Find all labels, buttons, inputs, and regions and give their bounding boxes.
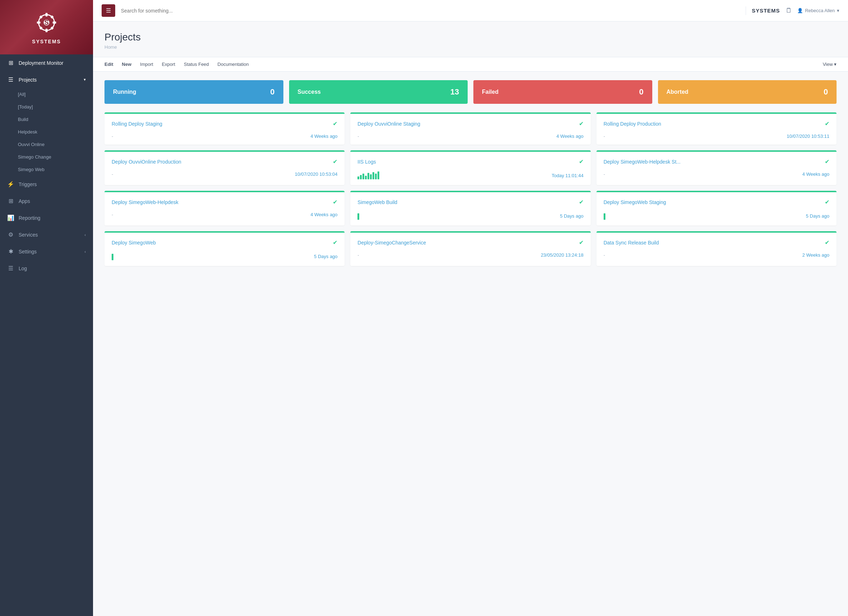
search-input[interactable]: [121, 8, 740, 13]
status-label-success: Success: [298, 89, 321, 95]
status-card-running[interactable]: Running 0: [104, 80, 283, 104]
status-card-failed[interactable]: Failed 0: [473, 80, 652, 104]
sidebar-sub-item-today[interactable]: [Today]: [0, 101, 93, 113]
project-card-simegoweb-build: SimegoWeb Build ✔ 5 Days ago: [350, 191, 590, 226]
project-card-data-sync-release-build: Data Sync Release Build ✔ - 2 Weeks ago: [596, 231, 836, 266]
user-icon: 👤: [797, 8, 803, 13]
project-card-rolling-deploy-staging: Rolling Deploy Staging ✔ - 4 Weeks ago: [104, 112, 345, 145]
project-footer: 5 Days ago: [603, 212, 829, 220]
sidebar-sub-item-all[interactable]: [All]: [0, 88, 93, 101]
mini-chart: [357, 171, 379, 179]
sidebar-item-settings[interactable]: ✱ Settings ‹: [0, 243, 93, 260]
menu-button[interactable]: ☰: [102, 4, 115, 17]
sidebar-item-log[interactable]: ☰ Log: [0, 260, 93, 277]
sidebar: S SYSTEMS ⊞ Deployment Monitor ☰ Project…: [0, 0, 93, 616]
sidebar-item-deployment-monitor[interactable]: ⊞ Deployment Monitor: [0, 54, 93, 71]
project-name[interactable]: Deploy SimegoWeb: [112, 240, 156, 246]
project-time: 10/07/2020 10:53:04: [295, 171, 337, 177]
project-time: 2 Weeks ago: [802, 252, 829, 258]
topbar-right: 🗒 👤 Rebecca Allen ▾: [786, 7, 839, 14]
project-card-deploy-ouvvionline-production: Deploy OuvviOnline Production ✔ - 10/07/…: [104, 150, 345, 185]
sidebar-item-projects[interactable]: ☰ Projects ▾: [0, 71, 93, 88]
check-icon: ✔: [825, 239, 829, 246]
sidebar-item-services[interactable]: ⚙ Services ‹: [0, 226, 93, 243]
log-icon: ☰: [7, 265, 14, 272]
project-name[interactable]: Deploy SimegoWeb Staging: [603, 199, 666, 205]
topbar-divider: [746, 6, 746, 15]
sidebar-logo: S SYSTEMS: [0, 0, 93, 54]
chevron-left-icon: ‹: [85, 233, 86, 237]
apps-icon: ⊞: [7, 197, 14, 204]
project-name[interactable]: Deploy OuvviOnline Production: [112, 159, 181, 165]
svg-rect-4: [37, 21, 40, 24]
svg-rect-3: [46, 29, 47, 32]
check-icon: ✔: [579, 199, 584, 205]
project-name[interactable]: Deploy OuvviOnline Staging: [357, 121, 420, 127]
sidebar-item-triggers[interactable]: ⚡ Triggers: [0, 176, 93, 193]
project-name[interactable]: Rolling Deploy Production: [603, 121, 661, 127]
check-icon: ✔: [333, 199, 337, 205]
project-card-header: Deploy SimegoWeb Staging ✔: [603, 199, 829, 205]
documentation-button[interactable]: Documentation: [218, 62, 249, 67]
user-menu[interactable]: 👤 Rebecca Allen ▾: [797, 8, 839, 13]
project-card-header: Deploy OuvviOnline Production ✔: [112, 158, 337, 165]
svg-rect-5: [53, 21, 56, 24]
action-bar: Edit New Import Export Status Feed Docum…: [93, 57, 848, 71]
mini-chart: [357, 212, 359, 220]
check-icon: ✔: [825, 120, 829, 127]
check-icon: ✔: [333, 158, 337, 165]
project-name[interactable]: Deploy SimegoWeb-Helpdesk: [112, 199, 179, 205]
grid-icon: ⊞: [7, 59, 14, 66]
status-card-success[interactable]: Success 13: [289, 80, 468, 104]
sidebar-sub-item-simego-change[interactable]: Simego Change: [0, 151, 93, 163]
export-button[interactable]: Export: [162, 62, 175, 67]
list-icon: ☰: [7, 76, 14, 83]
project-dash: -: [603, 171, 605, 177]
view-button[interactable]: View ▾: [823, 62, 836, 67]
import-button[interactable]: Import: [140, 62, 153, 67]
project-time: 10/07/2020 10:53:11: [787, 134, 829, 139]
sidebar-item-label: Projects: [19, 77, 79, 83]
sidebar-sub-item-helpdesk[interactable]: Helpdesk: [0, 126, 93, 138]
project-time: 4 Weeks ago: [311, 212, 338, 217]
project-footer: - 4 Weeks ago: [603, 171, 829, 177]
project-card-header: Deploy-SimegoChangeService ✔: [357, 239, 583, 246]
project-name[interactable]: SimegoWeb Build: [357, 199, 397, 205]
project-name[interactable]: Rolling Deploy Staging: [112, 121, 162, 127]
check-icon: ✔: [579, 239, 584, 246]
project-time: 4 Weeks ago: [802, 171, 829, 177]
edit-button[interactable]: Edit: [104, 62, 113, 67]
project-card-iis-logs: IIS Logs ✔ Today 11:01:44: [350, 150, 590, 185]
check-icon: ✔: [579, 158, 584, 165]
status-card-aborted[interactable]: Aborted 0: [658, 80, 837, 104]
new-button[interactable]: New: [122, 62, 132, 67]
project-footer: Today 11:01:44: [357, 171, 583, 179]
sidebar-item-label: Services: [19, 232, 80, 237]
settings-icon: ✱: [7, 248, 14, 255]
chart-icon: 📊: [7, 214, 14, 221]
user-dropdown-icon: ▾: [837, 8, 839, 13]
sidebar-item-label: Settings: [19, 249, 80, 254]
project-name[interactable]: Deploy-SimegoChangeService: [357, 240, 426, 246]
status-count-failed: 0: [639, 88, 643, 96]
project-card-deploy-ouvvionline-staging: Deploy OuvviOnline Staging ✔ - 4 Weeks a…: [350, 112, 590, 145]
project-card-deploy-simego-change-service: Deploy-SimegoChangeService ✔ - 23/05/202…: [350, 231, 590, 266]
page-title: Projects: [104, 31, 836, 43]
sidebar-item-apps[interactable]: ⊞ Apps: [0, 193, 93, 209]
status-row: Running 0 Success 13 Failed 0 Aborted 0: [104, 80, 836, 104]
sidebar-sub-item-simego-web[interactable]: Simego Web: [0, 163, 93, 176]
project-card-deploy-simegoweb-helpdesk-st: Deploy SimegoWeb-Helpdesk St... ✔ - 4 We…: [596, 150, 836, 185]
project-time: 5 Days ago: [314, 254, 338, 259]
project-name[interactable]: Deploy SimegoWeb-Helpdesk St...: [603, 159, 680, 165]
sidebar-sub-item-build[interactable]: Build: [0, 113, 93, 126]
sidebar-sub-label: Simego Change: [18, 154, 51, 160]
sidebar-sub-item-ouvvi-online[interactable]: Ouvvi Online: [0, 138, 93, 151]
project-name[interactable]: Data Sync Release Build: [603, 240, 659, 246]
sidebar-item-reporting[interactable]: 📊 Reporting: [0, 209, 93, 226]
project-card-header: Deploy SimegoWeb-Helpdesk St... ✔: [603, 158, 829, 165]
status-feed-button[interactable]: Status Feed: [184, 62, 209, 67]
project-name[interactable]: IIS Logs: [357, 159, 376, 165]
project-card-deploy-simegoweb-helpdesk: Deploy SimegoWeb-Helpdesk ✔ - 4 Weeks ag…: [104, 191, 345, 226]
sidebar-sub-label: Helpdesk: [18, 129, 37, 135]
notifications-icon[interactable]: 🗒: [786, 7, 792, 14]
